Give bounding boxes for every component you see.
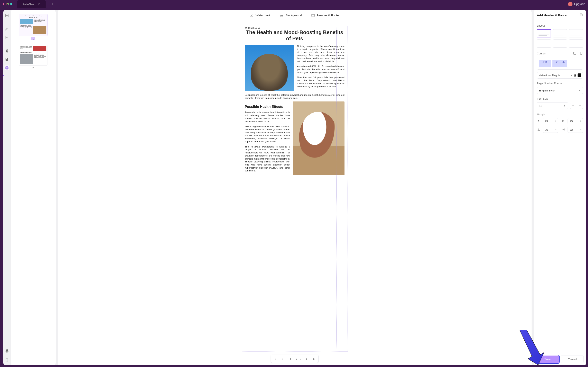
page-thumbnail-1[interactable]: The Health and Mood-BoostingBenefits of … [19,14,48,36]
doc-heading-2: Possible Health Effects [245,105,290,109]
svg-rect-1 [6,36,8,39]
page-separator: / [296,357,297,360]
header-preview-text: UPDF22-12-05 [245,27,260,29]
document-tab[interactable]: Pets-New [17,0,46,8]
token-updf[interactable]: UPDF [539,60,551,67]
insert-page-number-icon[interactable] [580,51,583,56]
svg-rect-3 [7,50,8,52]
page-tools-icon[interactable] [5,66,9,70]
bookmark-icon[interactable] [5,358,9,362]
upgrade-button[interactable]: Upgrade [574,2,585,6]
rename-tab-icon[interactable] [37,2,40,6]
layout-option-2[interactable] [553,29,567,37]
chevron-down-icon: ▼ [579,89,581,92]
app-logo: UPDF [3,2,13,6]
font-size-decrease[interactable]: − [570,103,576,109]
layout-option-3[interactable] [569,29,583,37]
margin-bottom-value: 36 [545,128,548,131]
page-number-format-value: English Style [539,89,555,92]
page-canvas[interactable]: UPDF22-12-05 The Health and Mood-Boostin… [58,21,531,365]
tab-background[interactable]: Background [279,13,302,17]
svg-rect-10 [311,14,314,17]
font-color-swatch[interactable] [578,74,581,77]
doc-para-4: Scientists are looking at what the poten… [245,93,344,100]
margin-top-input[interactable]: 23 ▲▼ [543,118,558,124]
font-family-select[interactable]: Helvetica - Regular [539,74,569,77]
doc-para-5: Research on human-animal interactions is… [245,111,290,123]
tab-watermark[interactable]: Watermark [249,13,270,17]
insert-date-icon[interactable] [573,51,577,56]
svg-rect-5 [7,59,8,60]
crop-pages-icon[interactable] [5,57,9,62]
annotate-icon[interactable] [5,26,9,31]
reader-mode-icon[interactable] [5,13,9,18]
margin-right-icon [562,128,566,132]
header-footer-icon [311,13,315,17]
font-size-select[interactable]: 12 ▼ [537,102,568,109]
cancel-button[interactable]: Cancel [561,356,583,363]
tab-header-footer[interactable]: Header & Footer [311,13,340,17]
first-page-button[interactable]: « [273,357,278,360]
save-button[interactable]: Save [537,356,559,363]
last-page-button[interactable]: » [312,357,316,360]
content-input[interactable]: UPDF 22-12-05 [537,58,583,70]
doc-para-1: Nothing compares to the joy of coming ho… [297,45,344,63]
left-toolbar [3,10,11,365]
thumbnail-panel: The Health and Mood-BoostingBenefits of … [11,10,56,365]
margin-left-input[interactable]: 25 ▲▼ [568,118,583,124]
layout-options [537,29,583,48]
font-size-increase[interactable]: + [577,103,583,109]
add-tab-button[interactable] [49,2,55,7]
doc-para-6: Interacting with animals has been shown … [245,125,290,143]
user-avatar[interactable]: L [568,2,572,6]
current-page-input[interactable] [288,357,293,361]
panel-title: Add Header & Footer [537,14,568,17]
layers-icon[interactable] [5,348,9,353]
doc-para-7: The NIH/Mars Partnership is funding a ra… [245,145,290,172]
svg-rect-7 [6,67,8,69]
layout-option-6[interactable] [569,40,583,48]
doc-title: The Health and Mood-Boosting Benefits of… [245,29,344,42]
page-thumbnail-2[interactable]: Lorem ipsum dolor sit amet consectetur a… [19,45,48,66]
margin-right-input[interactable]: 72 ▲▼ [568,127,583,133]
layout-option-5[interactable] [553,40,567,48]
tab-title: Pets-New [23,3,34,6]
page-navigator: « ‹ / 2 › » [271,355,318,363]
page-number-format-select[interactable]: English Style ▼ [537,87,583,94]
layout-option-1[interactable] [537,29,551,37]
panel-export-icon[interactable] [580,13,583,17]
margin-bottom-icon [537,128,541,132]
svg-rect-9 [280,14,283,17]
font-family-caret-icon[interactable]: ▼ [571,74,572,76]
prev-page-button[interactable]: ‹ [280,357,285,360]
thumbnail-number-2: 2 [31,67,35,70]
tab-watermark-label: Watermark [256,14,270,17]
token-date[interactable]: 22-12-05 [552,60,567,67]
editor-stage: Watermark Background Header & Footer UPD… [58,10,531,365]
chevron-down-icon: ▼ [564,105,566,107]
svg-rect-4 [6,58,7,60]
thumbnail-number-1: 1 [31,37,35,40]
page-number-format-label: Page Number Format [537,82,583,85]
layout-label: Layout [537,24,583,27]
margin-top-value: 23 [545,120,548,123]
total-pages: 2 [300,357,302,360]
tab-header-footer-label: Header & Footer [317,14,340,17]
next-page-button[interactable]: › [304,357,309,360]
svg-rect-6 [6,67,8,69]
margin-left-icon [562,119,566,123]
margin-label: Margin [537,113,583,116]
svg-rect-2 [6,49,8,52]
margin-top-icon [537,119,541,123]
organize-pages-icon[interactable] [5,48,9,53]
doc-para-3: Over the past 10 years, NIH has partnere… [297,76,344,88]
doc-image-cat [245,45,294,91]
content-label: Content [537,52,546,55]
font-size-value: 12 [539,104,542,107]
margin-left-value: 25 [570,120,573,123]
underline-toggle[interactable]: U [574,74,576,77]
edit-text-icon[interactable] [5,35,9,40]
margin-bottom-input[interactable]: 36 ▲▼ [543,127,558,133]
layout-option-4[interactable] [537,40,551,48]
header-footer-panel: Add Header & Footer Layout [534,10,586,365]
